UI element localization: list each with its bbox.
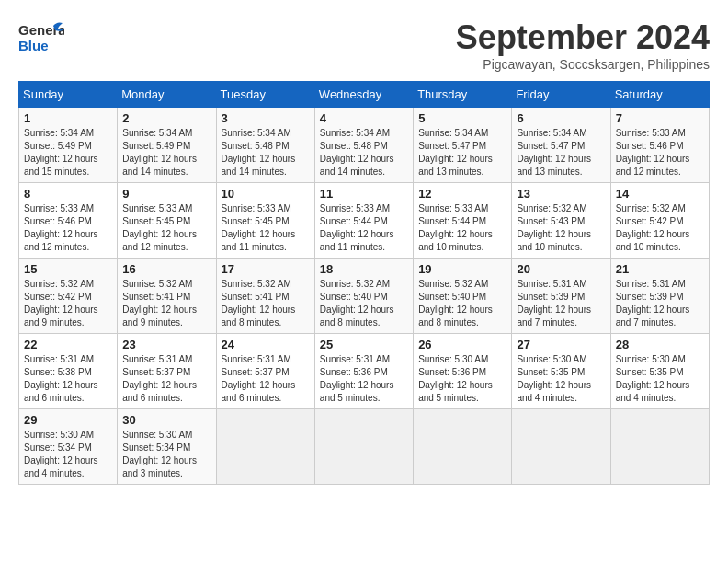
day-detail: Sunrise: 5:33 AMSunset: 5:46 PMDaylight:…: [24, 202, 112, 254]
calendar-cell: 11Sunrise: 5:33 AMSunset: 5:44 PMDayligh…: [314, 183, 413, 259]
calendar-cell: 9Sunrise: 5:33 AMSunset: 5:45 PMDaylight…: [118, 183, 216, 259]
day-detail: Sunrise: 5:33 AMSunset: 5:44 PMDaylight:…: [418, 202, 506, 254]
weekday-header-saturday: Saturday: [610, 82, 709, 108]
day-detail: Sunrise: 5:34 AMSunset: 5:47 PMDaylight:…: [517, 127, 605, 178]
calendar-cell: 13Sunrise: 5:32 AMSunset: 5:43 PMDayligh…: [512, 183, 610, 259]
weekday-header-monday: Monday: [118, 82, 216, 108]
day-detail: Sunrise: 5:30 AMSunset: 5:34 PMDaylight:…: [122, 429, 210, 480]
day-number: 4: [320, 111, 408, 125]
calendar-cell: 3Sunrise: 5:34 AMSunset: 5:48 PMDaylight…: [216, 108, 314, 183]
day-detail: Sunrise: 5:32 AMSunset: 5:40 PMDaylight:…: [320, 278, 408, 329]
calendar-cell: 25Sunrise: 5:31 AMSunset: 5:36 PMDayligh…: [314, 334, 413, 409]
day-number: 29: [24, 413, 112, 427]
calendar-week-row: 29Sunrise: 5:30 AMSunset: 5:34 PMDayligh…: [19, 409, 710, 485]
calendar-cell: 27Sunrise: 5:30 AMSunset: 5:35 PMDayligh…: [512, 334, 610, 409]
day-detail: Sunrise: 5:32 AMSunset: 5:42 PMDaylight:…: [24, 278, 112, 329]
calendar-cell: 18Sunrise: 5:32 AMSunset: 5:40 PMDayligh…: [314, 259, 413, 334]
day-number: 28: [616, 338, 704, 351]
calendar-cell: 5Sunrise: 5:34 AMSunset: 5:47 PMDaylight…: [414, 108, 512, 183]
day-detail: Sunrise: 5:30 AMSunset: 5:36 PMDaylight:…: [418, 353, 506, 405]
day-detail: Sunrise: 5:31 AMSunset: 5:39 PMDaylight:…: [517, 278, 605, 329]
day-detail: Sunrise: 5:32 AMSunset: 5:42 PMDaylight:…: [616, 202, 704, 254]
day-number: 3: [222, 111, 310, 125]
day-number: 10: [222, 187, 310, 201]
calendar-cell: 2Sunrise: 5:34 AMSunset: 5:49 PMDaylight…: [118, 108, 216, 183]
day-number: 27: [517, 338, 605, 351]
weekday-header-sunday: Sunday: [19, 82, 118, 108]
day-detail: Sunrise: 5:34 AMSunset: 5:47 PMDaylight:…: [418, 127, 506, 178]
calendar-cell: 24Sunrise: 5:31 AMSunset: 5:37 PMDayligh…: [216, 334, 314, 409]
day-number: 13: [517, 187, 605, 201]
calendar-cell: 30Sunrise: 5:30 AMSunset: 5:34 PMDayligh…: [118, 409, 216, 485]
calendar-cell: 12Sunrise: 5:33 AMSunset: 5:44 PMDayligh…: [414, 183, 512, 259]
day-number: 6: [517, 111, 605, 125]
calendar-cell: 8Sunrise: 5:33 AMSunset: 5:46 PMDaylight…: [19, 183, 118, 259]
weekday-header-friday: Friday: [512, 82, 610, 108]
day-detail: Sunrise: 5:30 AMSunset: 5:35 PMDaylight:…: [517, 353, 605, 405]
day-detail: Sunrise: 5:33 AMSunset: 5:45 PMDaylight:…: [222, 202, 310, 254]
day-number: 7: [616, 111, 704, 125]
day-detail: Sunrise: 5:33 AMSunset: 5:44 PMDaylight:…: [320, 202, 408, 254]
calendar-cell: 14Sunrise: 5:32 AMSunset: 5:42 PMDayligh…: [610, 183, 709, 259]
day-detail: Sunrise: 5:31 AMSunset: 5:38 PMDaylight:…: [24, 353, 112, 405]
calendar-week-row: 8Sunrise: 5:33 AMSunset: 5:46 PMDaylight…: [19, 183, 710, 259]
day-detail: Sunrise: 5:32 AMSunset: 5:41 PMDaylight:…: [122, 278, 210, 329]
day-number: 15: [24, 262, 112, 276]
calendar-table: SundayMondayTuesdayWednesdayThursdayFrid…: [18, 81, 710, 485]
calendar-week-row: 22Sunrise: 5:31 AMSunset: 5:38 PMDayligh…: [19, 334, 710, 409]
day-detail: Sunrise: 5:32 AMSunset: 5:40 PMDaylight:…: [418, 278, 506, 329]
day-number: 18: [320, 262, 408, 276]
day-number: 25: [320, 338, 408, 351]
calendar-cell: [414, 409, 512, 485]
day-detail: Sunrise: 5:34 AMSunset: 5:48 PMDaylight:…: [222, 127, 310, 178]
calendar-cell: [512, 409, 610, 485]
calendar-week-row: 15Sunrise: 5:32 AMSunset: 5:42 PMDayligh…: [19, 259, 710, 334]
calendar-cell: 22Sunrise: 5:31 AMSunset: 5:38 PMDayligh…: [19, 334, 118, 409]
day-detail: Sunrise: 5:31 AMSunset: 5:39 PMDaylight:…: [616, 278, 704, 329]
day-number: 2: [122, 111, 210, 125]
day-detail: Sunrise: 5:32 AMSunset: 5:41 PMDaylight:…: [222, 278, 310, 329]
day-number: 11: [320, 187, 408, 201]
calendar-cell: 4Sunrise: 5:34 AMSunset: 5:48 PMDaylight…: [314, 108, 413, 183]
day-number: 17: [222, 262, 310, 276]
title-area: September 2024 Pigcawayan, Soccsksargen,…: [456, 18, 710, 72]
calendar-cell: 29Sunrise: 5:30 AMSunset: 5:34 PMDayligh…: [19, 409, 118, 485]
calendar-cell: 6Sunrise: 5:34 AMSunset: 5:47 PMDaylight…: [512, 108, 610, 183]
day-number: 19: [418, 262, 506, 276]
calendar-cell: 28Sunrise: 5:30 AMSunset: 5:35 PMDayligh…: [610, 334, 709, 409]
weekday-header-thursday: Thursday: [414, 82, 512, 108]
day-detail: Sunrise: 5:31 AMSunset: 5:37 PMDaylight:…: [122, 353, 210, 405]
location-title: Pigcawayan, Soccsksargen, Philippines: [456, 57, 710, 72]
day-detail: Sunrise: 5:34 AMSunset: 5:48 PMDaylight:…: [320, 127, 408, 178]
weekday-header-row: SundayMondayTuesdayWednesdayThursdayFrid…: [19, 82, 710, 108]
calendar-cell: 1Sunrise: 5:34 AMSunset: 5:49 PMDaylight…: [19, 108, 118, 183]
calendar-cell: [216, 409, 314, 485]
calendar-cell: 23Sunrise: 5:31 AMSunset: 5:37 PMDayligh…: [118, 334, 216, 409]
logo-image: General Blue: [18, 18, 64, 63]
weekday-header-wednesday: Wednesday: [314, 82, 413, 108]
page-header: General Blue September 2024 Pigcawayan, …: [18, 18, 710, 72]
day-number: 9: [122, 187, 210, 201]
calendar-cell: [314, 409, 413, 485]
calendar-cell: 16Sunrise: 5:32 AMSunset: 5:41 PMDayligh…: [118, 259, 216, 334]
weekday-header-tuesday: Tuesday: [216, 82, 314, 108]
calendar-cell: 26Sunrise: 5:30 AMSunset: 5:36 PMDayligh…: [414, 334, 512, 409]
day-number: 8: [24, 187, 112, 201]
day-detail: Sunrise: 5:34 AMSunset: 5:49 PMDaylight:…: [24, 127, 112, 178]
logo: General Blue: [18, 18, 64, 63]
day-detail: Sunrise: 5:33 AMSunset: 5:46 PMDaylight:…: [616, 127, 704, 178]
day-number: 20: [517, 262, 605, 276]
day-detail: Sunrise: 5:34 AMSunset: 5:49 PMDaylight:…: [122, 127, 210, 178]
day-detail: Sunrise: 5:32 AMSunset: 5:43 PMDaylight:…: [517, 202, 605, 254]
day-number: 24: [222, 338, 310, 351]
calendar-week-row: 1Sunrise: 5:34 AMSunset: 5:49 PMDaylight…: [19, 108, 710, 183]
day-detail: Sunrise: 5:30 AMSunset: 5:35 PMDaylight:…: [616, 353, 704, 405]
calendar-cell: 10Sunrise: 5:33 AMSunset: 5:45 PMDayligh…: [216, 183, 314, 259]
calendar-cell: 19Sunrise: 5:32 AMSunset: 5:40 PMDayligh…: [414, 259, 512, 334]
calendar-cell: 21Sunrise: 5:31 AMSunset: 5:39 PMDayligh…: [610, 259, 709, 334]
day-number: 16: [122, 262, 210, 276]
calendar-cell: 15Sunrise: 5:32 AMSunset: 5:42 PMDayligh…: [19, 259, 118, 334]
calendar-cell: 20Sunrise: 5:31 AMSunset: 5:39 PMDayligh…: [512, 259, 610, 334]
day-number: 14: [616, 187, 704, 201]
day-number: 1: [24, 111, 112, 125]
